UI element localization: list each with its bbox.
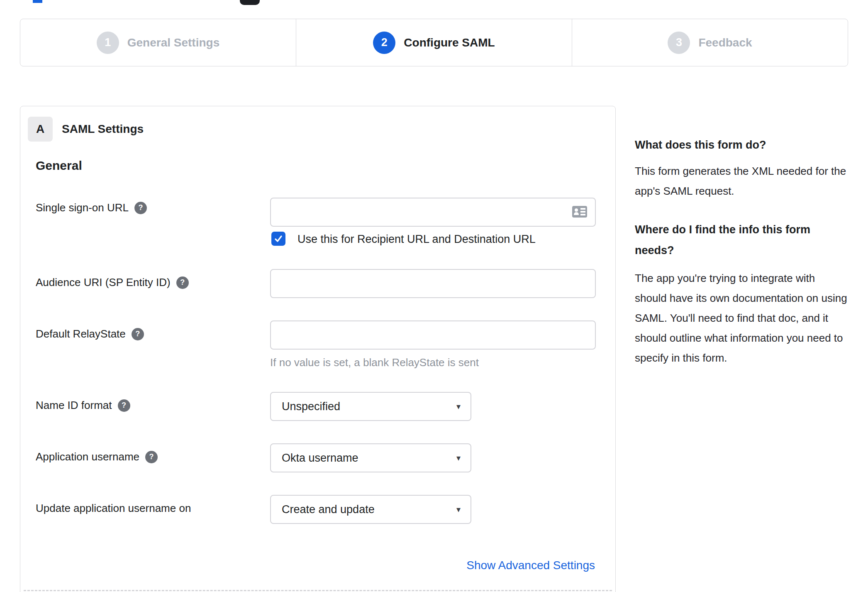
update-username-label: Update application username on <box>36 502 191 515</box>
step-1-label: General Settings <box>127 36 220 49</box>
sidebar-question-2: Where do I find the info this form needs… <box>635 219 848 261</box>
chevron-down-icon: ▾ <box>456 453 461 463</box>
step-3-label: Feedback <box>698 36 752 49</box>
saml-settings-card: A SAML Settings General Single sign-on U… <box>20 106 616 592</box>
recipient-url-checkbox[interactable] <box>271 232 285 246</box>
sidebar-question-1: What does this form do? <box>635 135 848 155</box>
name-id-format-label: Name ID format ? <box>36 399 130 412</box>
step-1-circle: 1 <box>97 32 119 54</box>
step-2-label: Configure SAML <box>404 36 495 49</box>
default-relaystate-input[interactable] <box>270 320 596 350</box>
check-icon <box>274 234 283 243</box>
application-username-select[interactable]: Okta username ▾ <box>270 443 471 472</box>
name-id-format-value: Unspecified <box>282 400 456 413</box>
update-username-select[interactable]: Create and update ▾ <box>270 495 471 524</box>
step-general-settings[interactable]: 1 General Settings <box>20 19 296 66</box>
step-feedback[interactable]: 3 Feedback <box>572 19 848 66</box>
sidebar-answer-2: The app you're trying to integrate with … <box>635 268 848 368</box>
chevron-down-icon: ▾ <box>456 504 461 514</box>
relaystate-hint: If no value is set, a blank RelayState i… <box>270 356 479 369</box>
help-icon[interactable]: ? <box>145 451 158 463</box>
show-advanced-settings-link[interactable]: Show Advanced Settings <box>466 559 595 572</box>
chevron-down-icon: ▾ <box>456 401 461 411</box>
recipient-url-checkbox-label[interactable]: Use this for Recipient URL and Destinati… <box>297 233 536 246</box>
step-configure-saml[interactable]: 2 Configure SAML <box>296 19 572 66</box>
help-icon[interactable]: ? <box>176 276 189 289</box>
audience-uri-input[interactable] <box>270 269 596 298</box>
step-3-circle: 3 <box>668 32 690 54</box>
name-id-format-select[interactable]: Unspecified ▾ <box>270 392 471 421</box>
default-relaystate-label: Default RelayState ? <box>36 328 144 340</box>
contact-card-icon <box>571 205 589 219</box>
application-username-label: Application username ? <box>36 450 158 463</box>
help-icon[interactable]: ? <box>118 399 130 412</box>
section-a-badge: A <box>28 117 53 142</box>
help-icon[interactable]: ? <box>132 328 144 340</box>
general-section-heading: General <box>36 159 82 173</box>
audience-uri-label: Audience URI (SP Entity ID) ? <box>36 276 189 289</box>
sidebar-answer-1: This form generates the XML needed for t… <box>635 161 848 201</box>
cutoff-dark-icon-fragment <box>240 0 260 5</box>
step-2-circle: 2 <box>373 32 395 54</box>
sso-url-label: Single sign-on URL ? <box>36 201 147 214</box>
card-title: SAML Settings <box>62 117 144 142</box>
wizard-stepper: 1 General Settings 2 Configure SAML 3 Fe… <box>20 19 848 66</box>
sso-url-input[interactable] <box>270 198 596 227</box>
update-username-value: Create and update <box>282 503 456 516</box>
dashed-divider <box>24 590 612 591</box>
help-icon[interactable]: ? <box>134 202 147 214</box>
cutoff-blue-fragment <box>33 0 42 3</box>
application-username-value: Okta username <box>282 452 456 465</box>
